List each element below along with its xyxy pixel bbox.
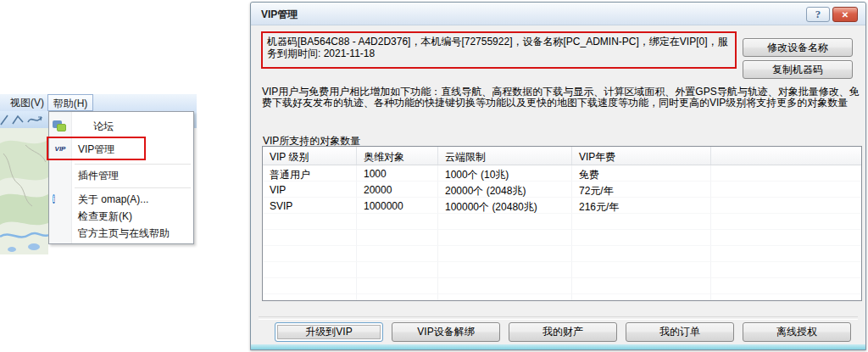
my-orders-button[interactable]: 我的订单 [626, 322, 734, 342]
table-empty-row [263, 278, 861, 294]
table-header-filler [711, 147, 861, 165]
vip-manage-dialog: VIP管理 ? ✕ 机器码[BA564C88 - A4D2D376]，本机编号[… [250, 2, 866, 350]
draw-tools-icons[interactable] [0, 111, 48, 128]
upgrade-vip-button[interactable]: 升级到VIP [275, 322, 383, 342]
cell-cloud-limit: 1000个 (10兆) [438, 165, 572, 182]
rename-device-button[interactable]: 修改设备名称 [743, 38, 853, 57]
dialog-bottom-glow [251, 344, 865, 349]
vip-tier-table: VIP 级别 奥维对象 云端限制 VIP年费 普通用户 1000 1000个 (… [262, 146, 862, 301]
table-header[interactable]: VIP 级别 [263, 147, 357, 165]
dialog-title: VIP管理 [261, 8, 298, 22]
table-empty-row [263, 294, 861, 301]
dialog-titlebar: VIP管理 ? ✕ [251, 3, 865, 25]
menu-item-plugin-manage[interactable]: 插件管理 [49, 166, 193, 185]
table-empty-row [263, 214, 861, 230]
menu-item-homepage-help[interactable]: 官方主页与在线帮助 [49, 225, 193, 242]
menu-view[interactable]: 视图(V) [10, 94, 44, 111]
offline-license-button[interactable]: 离线授权 [743, 322, 851, 342]
cell-cloud-limit: 100000个 (20480兆) [438, 198, 572, 214]
copy-machine-code-button[interactable]: 复制机器码 [743, 60, 853, 79]
table-header-row: VIP 级别 奥维对象 云端限制 VIP年费 [263, 147, 861, 165]
cell-cloud-limit: 20000个 (2048兆) [438, 182, 572, 198]
cell-object-count: 1000000 [357, 198, 438, 214]
table-header[interactable]: 云端限制 [438, 147, 572, 165]
forum-icon [53, 120, 68, 133]
cell-vip-level: SVIP [263, 198, 357, 214]
cell-object-count: 1000 [357, 165, 438, 182]
machine-info-box: 机器码[BA564C88 - A4D2D376]，本机编号[72755922]，… [261, 31, 737, 69]
my-assets-button[interactable]: 我的财产 [509, 322, 617, 342]
cell-vip-level: 普通用户 [263, 165, 357, 182]
table-header[interactable]: VIP年费 [572, 147, 711, 165]
menu-separator [75, 187, 191, 188]
cell-annual-fee: 72元/年 [572, 182, 711, 198]
table-header[interactable]: 奥维对象 [357, 147, 438, 165]
table-empty-row [263, 230, 861, 246]
menu-item-check-update[interactable]: 检查更新(K) [49, 208, 193, 225]
menu-item-label: 检查更新(K) [78, 210, 132, 224]
cell-annual-fee: 免费 [572, 165, 711, 182]
screen: 视图(V) 帮助(H) 论坛 VIP VIP管理 [0, 0, 868, 352]
table-empty-row [263, 262, 861, 278]
table-row[interactable]: VIP 20000 20000个 (2048兆) 72元/年 [263, 182, 861, 198]
menu-item-label: 插件管理 [78, 169, 119, 183]
dialog-close-button[interactable]: ✕ [832, 7, 858, 22]
dialog-help-button[interactable]: ? [806, 7, 830, 22]
table-row[interactable]: SVIP 1000000 100000个 (20480兆) 216元/年 [263, 198, 861, 214]
menu-help[interactable]: 帮助(H) [47, 94, 93, 111]
button-area-separator [259, 316, 858, 320]
highlight-box-menu [47, 137, 146, 160]
vip-feature-description: VIP用户与免费用户相比增加如下功能：直线导航、高程数据的下载与显示、计算区域面… [262, 87, 862, 108]
table-empty-row [263, 246, 861, 262]
cell-annual-fee: 216元/年 [572, 198, 711, 214]
cell-vip-level: VIP [263, 182, 357, 198]
menu-item-label: 官方主页与在线帮助 [78, 226, 170, 241]
menu-item-label: 论坛 [93, 120, 114, 134]
table-row[interactable]: 普通用户 1000 1000个 (10兆) 免费 [263, 165, 861, 182]
machine-info-text: 机器码[BA564C88 - A4D2D376]，本机编号[72755922]，… [267, 36, 728, 59]
menu-bar: 视图(V) 帮助(H) [0, 94, 197, 111]
menu-separator [75, 164, 191, 165]
menu-item-about[interactable]: i 关于 omap(A)... [49, 190, 193, 209]
unbind-device-button[interactable]: VIP设备解绑 [392, 322, 500, 342]
menu-item-label: 关于 omap(A)... [78, 193, 148, 207]
menu-item-forum[interactable]: 论坛 [49, 117, 193, 136]
help-dropdown-menu: 论坛 VIP VIP管理 插件管理 i 关于 omap(A)... 检查更新(K… [48, 111, 194, 244]
info-icon: i [53, 193, 68, 206]
map-canvas[interactable] [0, 128, 48, 254]
cell-object-count: 20000 [357, 182, 438, 198]
